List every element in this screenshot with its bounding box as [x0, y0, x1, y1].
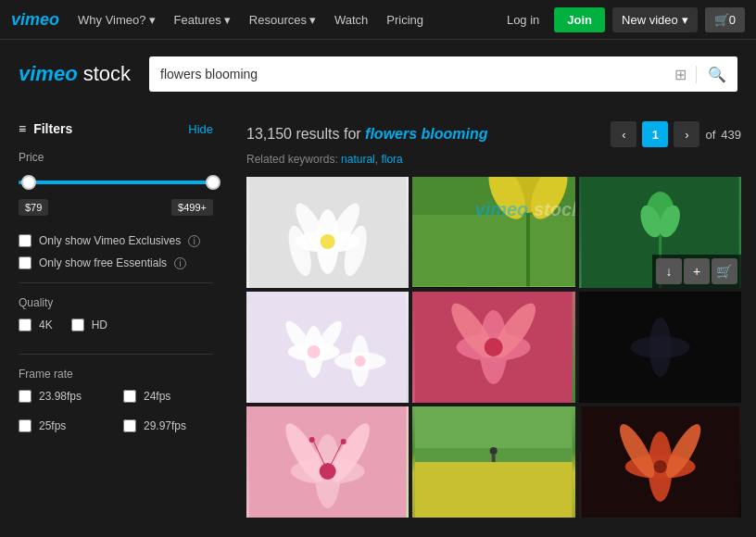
fps-24: 24fps — [123, 390, 213, 403]
price-max-label: $499+ — [171, 199, 213, 216]
svg-point-30 — [308, 345, 321, 358]
new-video-button[interactable]: New video ▾ — [612, 7, 698, 32]
cart-icon-btn-3[interactable]: 🛒 — [712, 258, 737, 284]
tooltip-image: vimeo stock — [412, 177, 574, 287]
price-min-label: $79 — [19, 199, 48, 216]
free-essentials-filter: Only show free Essentials i — [19, 256, 213, 269]
download-icon-btn-3[interactable]: ↓ — [656, 258, 682, 284]
grid-item-8[interactable]: ↓ + 🛒 — [412, 406, 574, 518]
quality-hd-checkbox[interactable] — [71, 318, 84, 331]
next-page-button[interactable]: › — [674, 121, 699, 147]
fps-25-checkbox[interactable] — [19, 419, 32, 432]
framerate-filter: Frame rate 23.98fps 24fps 25fps 29.97fps — [19, 368, 213, 442]
free-essentials-checkbox[interactable] — [19, 256, 32, 269]
login-button[interactable]: Log in — [499, 13, 547, 27]
search-button[interactable]: 🔍 — [697, 56, 737, 92]
exclusives-filter: Only show Vimeo Exclusives i — [19, 234, 213, 247]
total-pages: 439 — [721, 128, 741, 142]
related-keywords: Related keywords: natural, flora — [246, 153, 741, 166]
grid-item-2-tooltip-anchor[interactable]: vimeo stock Timelapse of yellow tulips b… — [412, 177, 574, 288]
image-tooltip: vimeo stock Timelapse of yellow tulips b… — [412, 177, 574, 288]
fps-24-checkbox[interactable] — [123, 390, 136, 403]
fps-29: 29.97fps — [123, 419, 213, 432]
grid-item-9[interactable]: ↓ + 🛒 — [579, 406, 741, 518]
quality-4k: 4K — [19, 318, 53, 331]
filter-title: ≡ Filters — [19, 121, 72, 136]
svg-point-39 — [485, 338, 503, 356]
price-slider[interactable] — [19, 173, 213, 192]
quality-hd: HD — [71, 318, 107, 331]
filter-header: ≡ Filters Hide — [19, 121, 213, 136]
hide-filters-button[interactable]: Hide — [188, 122, 213, 136]
price-labels: $79 $499+ — [19, 199, 213, 216]
image-search-icon[interactable]: ⊞ — [665, 66, 697, 83]
grid-item-5[interactable]: ↓ + 🛒 — [412, 292, 574, 403]
vimeo-logo[interactable]: vimeo — [11, 10, 59, 30]
price-label: Price — [19, 151, 213, 164]
price-min-thumb[interactable] — [21, 175, 36, 190]
cart-button[interactable]: 🛒0 — [705, 7, 745, 32]
stock-header: vimeo stock ⊞ 🔍 — [0, 40, 756, 106]
price-max-thumb[interactable] — [206, 175, 220, 190]
fps-25: 25fps — [19, 419, 108, 432]
chevron-down-icon: ▾ — [309, 13, 316, 27]
fps-23-checkbox[interactable] — [19, 390, 32, 403]
exclusives-checkbox[interactable] — [19, 234, 32, 247]
framerate-label: Frame rate — [19, 368, 213, 381]
cart-icon: 🛒 — [714, 13, 729, 27]
search-icon: 🔍 — [708, 67, 726, 82]
price-filter: Price $79 $499+ — [19, 151, 213, 216]
content-area: 13,150 results for flowers blooming ‹ 1 … — [232, 106, 756, 535]
svg-point-42 — [630, 336, 689, 358]
chevron-down-icon: ▾ — [149, 13, 156, 27]
grid-item-6[interactable]: ↓ + 🛒 — [579, 292, 741, 403]
main-layout: ≡ Filters Hide Price $79 $499+ Only show… — [0, 106, 756, 535]
related-flora[interactable]: flora — [381, 153, 402, 166]
top-navigation: vimeo Why Vimeo? ▾ Features ▾ Resources … — [0, 0, 756, 40]
grid-item-1[interactable]: ↓ + 🛒 — [246, 177, 409, 288]
framerate-options: 23.98fps 24fps 25fps 29.97fps — [19, 390, 213, 442]
tooltip-info: Timelapse of yellow tulips blooming in m… — [412, 287, 574, 288]
prev-page-button[interactable]: ‹ — [611, 121, 636, 147]
image-grid: ↓ + 🛒 — [246, 177, 741, 518]
item-action-icons-3: ↓ + 🛒 — [652, 255, 741, 288]
svg-point-52 — [309, 437, 315, 443]
divider — [19, 282, 213, 283]
fps-29-checkbox[interactable] — [123, 419, 136, 432]
current-page: 1 — [642, 121, 668, 147]
svg-rect-54 — [415, 457, 573, 518]
svg-point-33 — [355, 356, 366, 367]
svg-point-56 — [490, 447, 498, 455]
quality-4k-checkbox[interactable] — [19, 318, 32, 331]
chevron-down-icon: ▾ — [224, 13, 231, 27]
svg-point-5 — [321, 234, 335, 249]
quality-options: 4K HD — [19, 318, 213, 341]
nav-pricing[interactable]: Pricing — [381, 13, 429, 27]
fps-23: 23.98fps — [19, 390, 108, 403]
results-header: 13,150 results for flowers blooming ‹ 1 … — [246, 121, 741, 147]
add-icon-btn-3[interactable]: + — [684, 258, 710, 284]
results-title: 13,150 results for flowers blooming — [246, 126, 488, 143]
search-input[interactable] — [149, 67, 665, 81]
nav-resources[interactable]: Resources ▾ — [244, 13, 321, 27]
quality-filter: Quality 4K HD — [19, 296, 213, 341]
grid-item-3[interactable]: ↓ + 🛒 — [579, 177, 741, 288]
pagination: ‹ 1 › of 439 — [611, 121, 741, 147]
svg-rect-57 — [492, 455, 496, 462]
essentials-info-icon[interactable]: i — [174, 257, 186, 269]
nav-why-vimeo[interactable]: Why Vimeo? ▾ — [72, 13, 160, 27]
svg-point-50 — [341, 439, 346, 444]
slider-fill — [19, 181, 213, 184]
nav-features[interactable]: Features ▾ — [169, 13, 236, 27]
filter-icon: ≡ — [19, 121, 26, 136]
grid-item-4[interactable]: ↓ + 🛒 — [246, 292, 409, 403]
related-natural[interactable]: natural — [341, 153, 375, 166]
exclusives-info-icon[interactable]: i — [188, 235, 200, 247]
grid-item-7[interactable]: ↓ + 🛒 — [246, 406, 409, 518]
divider2 — [19, 354, 213, 355]
svg-rect-15 — [412, 215, 574, 286]
join-button[interactable]: Join — [554, 7, 605, 32]
vimeo-stock-logo[interactable]: vimeo stock — [19, 62, 131, 86]
search-bar: ⊞ 🔍 — [149, 56, 737, 92]
nav-watch[interactable]: Watch — [329, 13, 373, 27]
